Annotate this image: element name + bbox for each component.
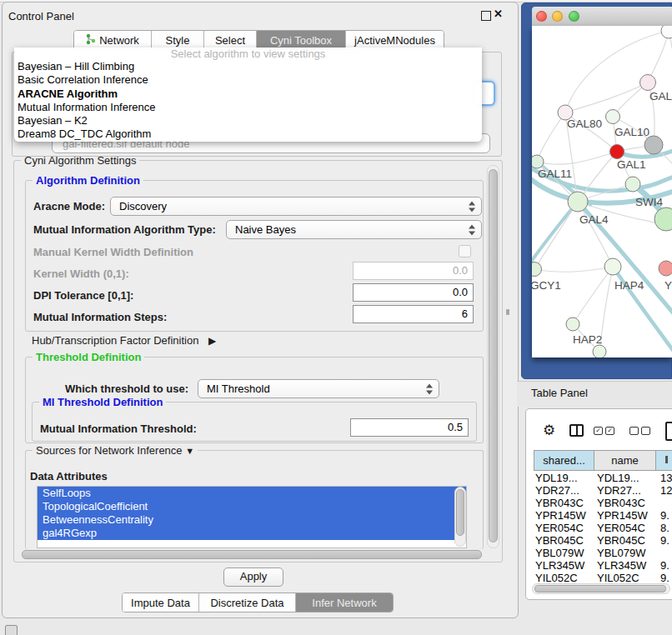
apply-button[interactable]: Apply xyxy=(223,568,283,587)
attribute-item[interactable]: gal4RGexp xyxy=(38,527,466,540)
node-label: Y xyxy=(664,279,672,292)
table-horizontal-scrollbar[interactable] xyxy=(532,583,670,594)
network-edge[interactable] xyxy=(534,267,613,272)
algorithm-option[interactable]: ARACNE Algorithm xyxy=(14,88,482,101)
network-node[interactable] xyxy=(661,26,672,38)
table-row[interactable]: YBL079WYBL079W xyxy=(534,547,672,559)
column-header-partial[interactable] xyxy=(655,450,672,471)
network-node-gal[interactable] xyxy=(640,75,656,91)
algorithm-option[interactable]: Basic Correlation Inference xyxy=(14,73,482,87)
deselect-checkbox-icon[interactable] xyxy=(641,427,650,435)
hub-definition-toggle[interactable]: Hub/Transcription Factor Definition ▶ xyxy=(32,334,216,347)
attribute-item[interactable]: TopologicalCoefficient xyxy=(38,500,466,513)
attributes-list-scrollbar[interactable] xyxy=(454,487,466,547)
mi-type-select[interactable]: Naive Bayes xyxy=(226,220,482,239)
tab-cyni-toolbox[interactable]: Cyni Toolbox xyxy=(257,31,346,49)
column-header-name[interactable]: name xyxy=(594,450,655,471)
close-traffic-light[interactable] xyxy=(536,11,547,22)
table-cell: 9. xyxy=(660,572,669,582)
table-row[interactable]: YBR045CYBR045C9. xyxy=(534,534,672,547)
network-node-gal11[interactable] xyxy=(532,155,544,168)
sources-group-title[interactable]: Sources for Network Inference ▼ xyxy=(33,444,198,458)
network-edge[interactable] xyxy=(532,202,578,268)
minimized-window-icon[interactable] xyxy=(5,625,18,635)
column-header-shared-name[interactable]: shared... xyxy=(534,450,594,471)
network-node[interactable] xyxy=(644,136,663,154)
zoom-traffic-light[interactable] xyxy=(569,11,579,22)
network-node-gal4[interactable] xyxy=(568,192,588,212)
network-node-hap4[interactable] xyxy=(604,258,621,275)
clipped-header-text-fragment xyxy=(665,456,668,463)
table-cell: YPR145W xyxy=(597,509,648,522)
tab-label: Style xyxy=(166,34,190,47)
settings-vertical-scrollbar[interactable] xyxy=(487,165,499,548)
algorithm-option[interactable]: Bayesian – K2 xyxy=(14,114,482,128)
float-window-icon[interactable] xyxy=(481,11,491,21)
table-cell: 12 xyxy=(660,484,672,497)
panel-splitter-handle[interactable] xyxy=(506,309,509,315)
network-node-gal1[interactable] xyxy=(610,145,624,159)
kernel-width-label: Kernel Width (0,1): xyxy=(33,268,129,280)
network-node-y[interactable] xyxy=(659,261,672,276)
node-label: GAL xyxy=(649,90,672,102)
table-row[interactable]: YPR145WYPR145W9. xyxy=(534,509,672,522)
tab-jactivemnodules[interactable]: jActiveMNodules xyxy=(346,31,444,49)
tab-label: Discretize Data xyxy=(210,597,283,609)
dpi-tolerance-field[interactable]: 0.0 xyxy=(353,283,474,302)
table-cell: 8. xyxy=(660,522,669,534)
network-edge[interactable] xyxy=(534,202,578,269)
sources-title-label: Sources for Network Inference xyxy=(36,444,183,457)
network-node[interactable] xyxy=(593,345,606,358)
dpi-tolerance-label: DPI Tolerance [0,1]: xyxy=(33,289,133,302)
network-node-swi4[interactable] xyxy=(625,177,640,192)
kernel-width-field[interactable]: 0.0 xyxy=(353,262,474,280)
network-edge[interactable] xyxy=(537,112,565,162)
table-cell: YBR045C xyxy=(535,534,584,547)
mi-steps-field[interactable]: 6 xyxy=(353,305,474,323)
aracne-mode-label: Aracne Mode: xyxy=(33,200,105,212)
which-threshold-select[interactable]: MI Threshold xyxy=(198,379,439,398)
mi-threshold-field[interactable]: 0.5 xyxy=(350,418,469,437)
algorithm-option[interactable]: Dream8 DC_TDC Algorithm xyxy=(14,128,482,141)
table-row[interactable]: YBR043CYBR043C xyxy=(534,497,672,509)
table-cell: YLR345W xyxy=(535,559,584,572)
aracne-mode-select[interactable]: Discovery xyxy=(110,197,482,216)
network-node-gcy1[interactable] xyxy=(532,262,542,277)
tab-discretize-data[interactable]: Discretize Data xyxy=(199,593,296,612)
algorithm-option[interactable]: Mutual Information Inference xyxy=(14,101,482,114)
select-all-checkbox-icon[interactable]: ✓ xyxy=(594,427,603,435)
network-edge[interactable] xyxy=(537,152,617,164)
algorithm-option[interactable]: Bayesian – Hill Climbing xyxy=(14,60,482,73)
columns-icon[interactable] xyxy=(569,424,584,437)
table-cell: 9. xyxy=(660,509,669,522)
document-icon[interactable] xyxy=(665,422,672,441)
table-row[interactable]: YLR345WYLR345W9. xyxy=(534,559,672,572)
network-node-gal10[interactable] xyxy=(606,110,620,124)
data-attributes-list: SelfLoopsTopologicalCoefficientBetweenne… xyxy=(37,486,467,548)
combo-arrows-icon xyxy=(426,383,434,394)
network-edge[interactable] xyxy=(573,267,613,324)
table-row[interactable]: YIL052CYIL052C9. xyxy=(534,572,672,582)
threshold-definition-title: Threshold Definition xyxy=(33,351,144,363)
select-all-checkbox-icon[interactable]: ✓ xyxy=(605,427,614,435)
network-edge[interactable] xyxy=(648,31,669,82)
table-row[interactable]: YER054CYER054C8. xyxy=(534,522,672,534)
close-icon[interactable]: ✕ xyxy=(494,8,503,20)
minimize-traffic-light[interactable] xyxy=(552,11,563,22)
network-node-hap2[interactable] xyxy=(566,318,579,331)
tab-style[interactable]: Style xyxy=(152,31,204,49)
network-canvas[interactable]: GALGAL80GAL10GAL1GAL11SWI4GAL4GCY1HAP4YH… xyxy=(532,26,672,358)
tab-impute-data[interactable]: Impute Data xyxy=(123,593,199,612)
attribute-item[interactable]: SelfLoops xyxy=(38,487,466,500)
gear-icon[interactable]: ⚙ xyxy=(543,423,555,438)
manual-kernel-checkbox[interactable] xyxy=(459,245,471,258)
deselect-checkbox-icon[interactable] xyxy=(629,427,639,435)
settings-horizontal-scrollbar[interactable] xyxy=(18,549,485,560)
tab-infer-network[interactable]: Infer Network xyxy=(296,593,393,612)
table-cell: YDL19... xyxy=(535,472,578,484)
tab-select[interactable]: Select xyxy=(204,31,257,49)
tab-network[interactable]: Network xyxy=(74,31,152,49)
table-row[interactable]: YDL19...YDL19...13 xyxy=(534,472,672,484)
attribute-item[interactable]: BetweennessCentrality xyxy=(38,513,466,527)
table-row[interactable]: YDR27...YDR27...12 xyxy=(534,484,672,497)
